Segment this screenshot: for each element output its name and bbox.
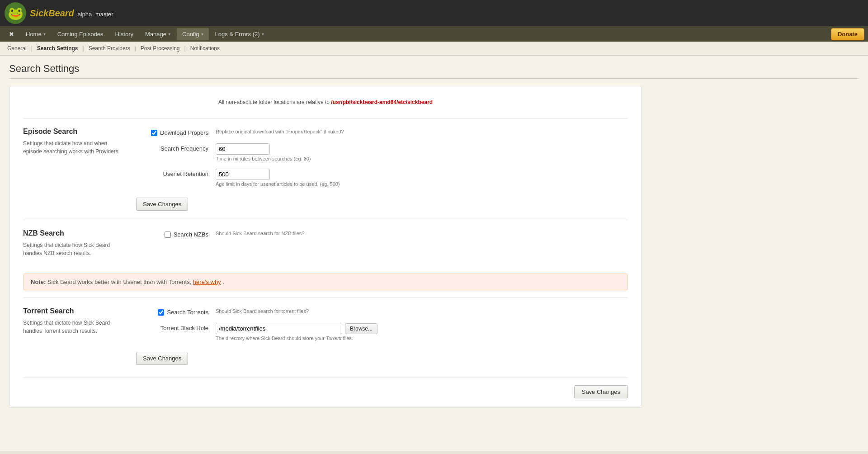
navbar: ✖ Home ▾ Coming Episodes History Manage … <box>0 26 868 42</box>
search-torrents-desc: Should Sick Beard search for torrent fil… <box>216 308 628 314</box>
nav-manage[interactable]: Manage ▾ <box>140 28 176 40</box>
home-arrow: ▾ <box>43 32 46 37</box>
nav-config[interactable]: Config ▾ <box>177 28 209 40</box>
usenet-retention-control: Age limit in days for usenet articles to… <box>216 169 628 187</box>
app-header: 🐸 SickBeard alpha master <box>0 0 868 26</box>
torrent-search-save-button[interactable]: Save Changes <box>136 352 188 365</box>
nav-logs-errors[interactable]: Logs & Errors (2) ▾ <box>210 28 269 40</box>
torrent-search-desc: Settings that dictate how Sick Beard han… <box>23 319 123 335</box>
bottom-save-button[interactable]: Save Changes <box>574 385 628 398</box>
episode-search-section: Episode Search Settings that dictate how… <box>23 118 628 220</box>
nav-coming-episodes[interactable]: Coming Episodes <box>52 28 109 40</box>
search-frequency-input[interactable] <box>216 143 270 155</box>
episode-search-left: Episode Search Settings that dictate how… <box>23 128 123 211</box>
download-propers-label: Download Propers <box>136 128 208 136</box>
search-torrents-row: Search Torrents Should Sick Beard search… <box>136 307 628 316</box>
subnav-notifications[interactable]: Notifications <box>189 44 222 52</box>
logs-arrow: ▾ <box>262 32 264 37</box>
subnav-sep-1: | <box>31 45 33 52</box>
folder-note: All non-absolute folder locations are re… <box>23 95 628 109</box>
torrent-black-hole-row: Torrent Black Hole Browse... The directo… <box>136 323 628 341</box>
download-propers-row: Download Propers Replace original downlo… <box>136 128 628 136</box>
subnav: General | Search Settings | Search Provi… <box>0 42 868 56</box>
nzb-search-section: NZB Search Settings that dictate how Sic… <box>23 220 628 266</box>
donate-button[interactable]: Donate <box>831 28 864 40</box>
download-propers-control: Replace original download with "Proper/R… <box>216 128 628 134</box>
torrent-black-hole-label: Torrent Black Hole <box>136 323 208 331</box>
nzb-search-desc: Settings that dictate how Sick Beard han… <box>23 241 123 257</box>
brand: SickBeard alpha master <box>30 8 113 19</box>
manage-arrow: ▾ <box>168 32 170 37</box>
app-logo: 🐸 <box>5 2 26 24</box>
usenet-retention-desc: Age limit in days for usenet articles to… <box>216 181 628 187</box>
nav-tools[interactable]: ✖ <box>4 28 19 40</box>
subnav-search-providers[interactable]: Search Providers <box>87 44 132 52</box>
config-arrow: ▾ <box>201 32 203 37</box>
nzb-search-right: Search NZBs Should Sick Beard search for… <box>136 229 628 257</box>
episode-search-title: Episode Search <box>23 128 123 136</box>
search-torrents-control: Should Sick Beard search for torrent fil… <box>216 307 628 314</box>
tools-icon: ✖ <box>9 31 14 38</box>
brand-version: alpha master <box>77 11 113 18</box>
search-nzbs-control: Should Sick Beard search for NZB files? <box>216 229 628 236</box>
search-torrents-label: Search Torrents <box>136 307 208 316</box>
search-nzbs-row: Search NZBs Should Sick Beard search for… <box>136 229 628 238</box>
main-content: Search Settings All non-absolute folder … <box>0 56 868 451</box>
browse-button[interactable]: Browse... <box>345 323 377 334</box>
footer: 16 shows ( 6 active ) | 980/2135 episode… <box>0 451 868 454</box>
subnav-general[interactable]: General <box>5 44 28 52</box>
search-frequency-label: Search Frequency <box>136 143 208 152</box>
search-nzbs-desc: Should Sick Beard search for NZB files? <box>216 231 628 236</box>
usenet-retention-input[interactable] <box>216 169 270 180</box>
page-title: Search Settings <box>9 63 859 79</box>
torrent-search-left: Torrent Search Settings that dictate how… <box>23 307 123 365</box>
search-nzbs-label: Search NZBs <box>136 229 208 238</box>
nzb-search-left: NZB Search Settings that dictate how Sic… <box>23 229 123 257</box>
search-frequency-desc: Time in minutes between searches (eg. 60… <box>216 156 628 161</box>
download-propers-desc: Replace original download with "Proper/R… <box>216 129 628 134</box>
search-torrents-checkbox[interactable] <box>158 309 164 316</box>
folder-path: /usr/pbi/sickbeard-amd64/etc/sickbeard <box>331 99 433 105</box>
subnav-sep-2: | <box>83 45 84 52</box>
torrent-black-hole-input[interactable] <box>216 323 342 334</box>
subnav-post-processing[interactable]: Post Processing <box>139 44 182 52</box>
download-propers-checkbox[interactable] <box>151 130 157 136</box>
note-banner: Note: Sick Beard works better with Usene… <box>23 274 628 290</box>
content-area: All non-absolute folder locations are re… <box>9 86 642 408</box>
torrent-black-hole-desc: The directory where Sick Beard should st… <box>216 336 628 341</box>
subnav-sep-3: | <box>135 45 136 52</box>
logo-area: 🐸 SickBeard alpha master <box>5 2 113 24</box>
usenet-retention-label: Usenet Retention <box>136 169 208 177</box>
torrent-black-hole-control: Browse... The directory where Sick Beard… <box>216 323 628 341</box>
search-nzbs-checkbox[interactable] <box>165 232 171 238</box>
note-link[interactable]: here's why <box>193 279 221 285</box>
episode-search-save-button[interactable]: Save Changes <box>136 198 188 211</box>
subnav-sep-4: | <box>184 45 186 52</box>
episode-search-right: Download Propers Replace original downlo… <box>136 128 628 211</box>
logo-icon: 🐸 <box>8 6 24 21</box>
torrent-search-title: Torrent Search <box>23 307 123 315</box>
search-frequency-control: Time in minutes between searches (eg. 60… <box>216 143 628 161</box>
search-frequency-row: Search Frequency Time in minutes between… <box>136 143 628 161</box>
nav-items: ✖ Home ▾ Coming Episodes History Manage … <box>4 28 269 40</box>
nzb-search-title: NZB Search <box>23 229 123 237</box>
torrent-search-right: Search Torrents Should Sick Beard search… <box>136 307 628 365</box>
nav-history[interactable]: History <box>110 28 139 40</box>
episode-search-desc: Settings that dictate how and when episo… <box>23 139 123 156</box>
subnav-search-settings[interactable]: Search Settings <box>35 44 80 52</box>
usenet-retention-row: Usenet Retention Age limit in days for u… <box>136 169 628 187</box>
note-text: Sick Beard works better with Usenet than… <box>47 279 191 285</box>
bottom-save-area: Save Changes <box>23 378 628 398</box>
nav-home[interactable]: Home ▾ <box>20 28 51 40</box>
note-label: Note: <box>31 279 46 285</box>
torrent-search-section: Torrent Search Settings that dictate how… <box>23 298 628 374</box>
browse-row: Browse... <box>216 323 628 334</box>
brand-name: SickBeard <box>30 8 74 18</box>
